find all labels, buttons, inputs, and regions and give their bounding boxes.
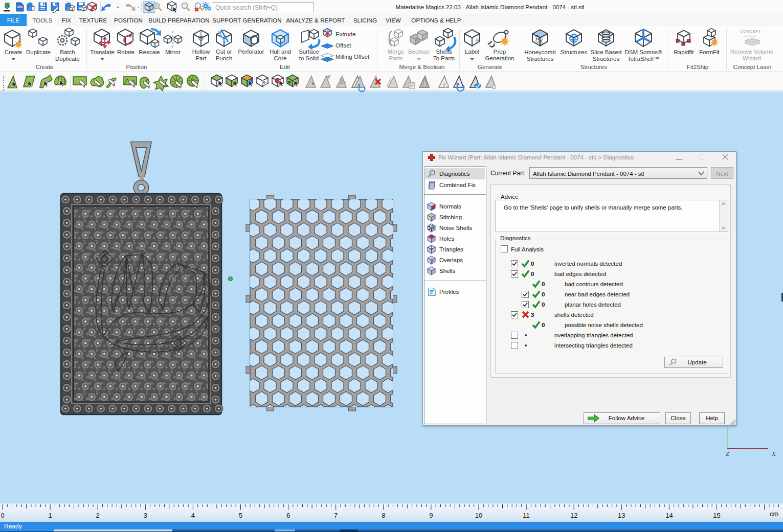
svg-text:15: 15 bbox=[713, 512, 720, 519]
svg-text:8: 8 bbox=[382, 512, 385, 519]
svg-text:11: 11 bbox=[523, 512, 530, 519]
svg-text:3: 3 bbox=[144, 512, 147, 519]
svg-text:12: 12 bbox=[570, 512, 577, 519]
svg-text:13: 13 bbox=[618, 512, 625, 519]
svg-text:6: 6 bbox=[286, 512, 290, 519]
svg-text:2: 2 bbox=[96, 512, 100, 519]
svg-text:Z: Z bbox=[726, 450, 730, 457]
svg-text:cm: cm bbox=[770, 510, 778, 518]
svg-text:4: 4 bbox=[191, 512, 195, 519]
svg-text:5: 5 bbox=[239, 512, 242, 519]
svg-text:9: 9 bbox=[429, 512, 433, 519]
svg-text:10: 10 bbox=[475, 512, 482, 519]
svg-text:1: 1 bbox=[48, 512, 52, 519]
svg-text:14: 14 bbox=[665, 512, 673, 519]
svg-text:7: 7 bbox=[334, 512, 338, 519]
svg-text:0: 0 bbox=[1, 512, 4, 519]
svg-text:X: X bbox=[771, 450, 776, 457]
